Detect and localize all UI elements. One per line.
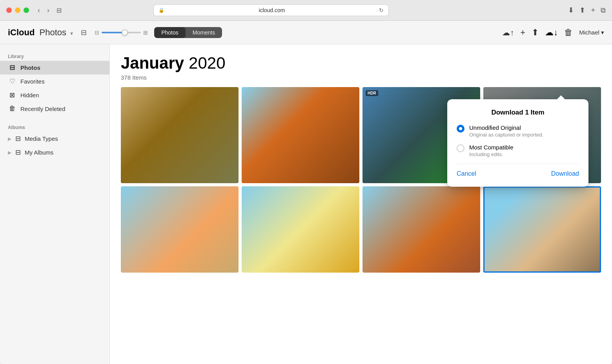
hdr-badge: HDR — [366, 90, 378, 96]
app-title-bold: iCloud — [8, 27, 35, 37]
content-title-row: January 2020 — [121, 54, 601, 73]
popover-actions: Cancel Download — [457, 170, 579, 177]
sidebar-photos-label: Photos — [20, 64, 40, 71]
nav-buttons: ‹ › — [35, 5, 52, 15]
close-button[interactable] — [6, 7, 12, 13]
heart-icon: ♡ — [8, 77, 16, 86]
new-tab-icon[interactable]: + — [591, 6, 595, 15]
sidebar-item-hidden[interactable]: ⊠ Hidden — [0, 88, 109, 102]
sidebar-toggle-button[interactable]: ⊟ — [56, 7, 62, 14]
traffic-lights — [6, 7, 29, 13]
sidebar: Library ⊟ Photos ♡ Favorites ⊠ Hidden 🗑 … — [0, 44, 110, 364]
sidebar-recently-deleted-label: Recently Deleted — [20, 106, 65, 112]
share-icon[interactable]: ⬆ — [579, 6, 585, 15]
lock-icon: 🔒 — [158, 7, 164, 13]
sidebar-favorites-label: Favorites — [20, 78, 45, 85]
media-types-icon: ⊟ — [14, 135, 22, 143]
download-button[interactable]: ☁↓ — [545, 27, 558, 38]
address-text: icloud.com — [167, 7, 377, 13]
refresh-icon[interactable]: ↻ — [379, 7, 384, 13]
tab-moments[interactable]: Moments — [186, 27, 222, 38]
albums-section-label: Albums — [0, 122, 109, 132]
app-title-chevron[interactable]: ▾ — [70, 30, 73, 36]
sidebar-media-types-label: Media Types — [25, 135, 58, 142]
toolbar-actions: ☁↑ + ⬆ ☁↓ 🗑 Michael ▾ — [502, 27, 604, 38]
photo-grid-row-2 — [121, 186, 601, 273]
browser-actions: ⬇ ⬆ + ⧉ — [568, 6, 606, 15]
option-compatible-label-group: Most Compatible Including edits. — [469, 144, 579, 157]
zoom-out-icon: ⊟ — [95, 29, 99, 36]
copy-icon[interactable]: ⧉ — [601, 6, 606, 15]
cancel-button[interactable]: Cancel — [457, 170, 476, 177]
content-area: January 2020 378 Items HDR — [110, 44, 612, 364]
photo-cell-5[interactable] — [121, 186, 239, 273]
photos-icon: ⊟ — [8, 64, 16, 72]
sidebar-item-recently-deleted[interactable]: 🗑 Recently Deleted — [0, 102, 109, 115]
library-section-label: Library — [0, 51, 109, 61]
chevron-right-icon-2: ▶ — [8, 150, 11, 155]
maximize-button[interactable] — [24, 7, 29, 13]
photo-cell-1[interactable] — [121, 87, 239, 183]
view-tabs: Photos Moments — [154, 27, 222, 38]
sidebar-item-my-albums[interactable]: ▶ ⊟ My Albums — [0, 146, 109, 159]
sidebar-item-favorites[interactable]: ♡ Favorites — [0, 75, 109, 88]
delete-button[interactable]: 🗑 — [564, 27, 573, 38]
popover-divider — [457, 164, 579, 164]
content-header: January 2020 378 Items — [121, 54, 601, 81]
photo-cell-6[interactable] — [242, 186, 359, 273]
radio-unmodified[interactable] — [457, 125, 464, 133]
my-albums-icon: ⊟ — [14, 148, 22, 157]
tab-photos[interactable]: Photos — [154, 27, 186, 38]
upload-button[interactable]: ☁↑ — [502, 28, 514, 37]
popover-download-button[interactable]: Download — [551, 170, 579, 177]
option-unmodified[interactable]: Unmodified Original Original as captured… — [457, 124, 579, 138]
content-year: 2020 — [189, 54, 225, 73]
main-area: Library ⊟ Photos ♡ Favorites ⊠ Hidden 🗑 … — [0, 44, 612, 364]
nav-forward-button[interactable]: › — [45, 5, 52, 15]
sidebar-my-albums-label: My Albums — [25, 149, 53, 156]
trash-icon: 🗑 — [8, 105, 16, 113]
app-title-light: Photos — [40, 27, 67, 37]
zoom-slider[interactable] — [102, 32, 141, 33]
download-popover: Download 1 Item Unmodified Original Orig… — [447, 99, 588, 187]
photo-cell-2[interactable] — [242, 87, 359, 183]
popover-title: Download 1 Item — [457, 109, 579, 116]
option-unmodified-desc: Original as captured or imported. — [469, 132, 579, 138]
photo-cell-7[interactable] — [362, 186, 480, 273]
content-month: January — [121, 54, 184, 73]
option-unmodified-label: Unmodified Original — [469, 124, 579, 131]
browser-chrome: ‹ › ⊟ 🔒 icloud.com ↻ ⬇ ⬆ + ⧉ — [0, 0, 612, 21]
option-unmodified-label-group: Unmodified Original Original as captured… — [469, 124, 579, 138]
hidden-icon: ⊠ — [8, 91, 16, 99]
app-toolbar: iCloud Photos ▾ ⊟ ⊟ ⊞ Photos Moments ☁↑ … — [0, 21, 612, 44]
add-button[interactable]: + — [520, 27, 525, 38]
chevron-right-icon: ▶ — [8, 136, 11, 142]
photo-cell-8[interactable] — [483, 186, 601, 273]
option-compatible[interactable]: Most Compatible Including edits. — [457, 144, 579, 157]
minimize-button[interactable] — [15, 7, 20, 13]
app-window: iCloud Photos ▾ ⊟ ⊟ ⊞ Photos Moments ☁↑ … — [0, 21, 612, 364]
user-menu-button[interactable]: Michael ▾ — [579, 29, 604, 36]
sidebar-view-toggle[interactable]: ⊟ — [79, 27, 88, 38]
nav-back-button[interactable]: ‹ — [35, 5, 42, 15]
app-title: iCloud Photos ▾ — [8, 27, 73, 38]
option-compatible-label: Most Compatible — [469, 144, 579, 151]
radio-compatible[interactable] — [457, 144, 464, 152]
content-count: 378 Items — [121, 74, 601, 81]
option-compatible-desc: Including edits. — [469, 151, 579, 157]
zoom-in-icon: ⊞ — [143, 29, 148, 36]
zoom-slider-area: ⊟ ⊞ — [95, 29, 148, 36]
title-bar: ‹ › ⊟ 🔒 icloud.com ↻ ⬇ ⬆ + ⧉ — [0, 0, 612, 20]
sidebar-item-photos[interactable]: ⊟ Photos — [0, 61, 109, 75]
share-button[interactable]: ⬆ — [532, 27, 539, 38]
address-bar[interactable]: 🔒 icloud.com ↻ — [153, 4, 389, 16]
download-icon[interactable]: ⬇ — [568, 6, 574, 15]
sidebar-item-media-types[interactable]: ▶ ⊟ Media Types — [0, 132, 109, 146]
sidebar-hidden-label: Hidden — [20, 92, 39, 98]
